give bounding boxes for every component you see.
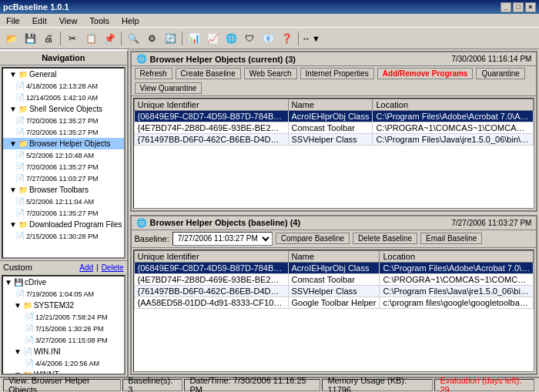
toolbar-btn-6[interactable]: 📌 xyxy=(101,30,118,47)
bho-current-row-2[interactable]: {4E7BD74F-2B8D-469E-93BE-BE2DF4D9AE29} C… xyxy=(134,122,534,134)
maximize-button[interactable]: □ xyxy=(513,2,524,12)
tree-item-winini-1[interactable]: 📄 4/4/2006 1:20:56 AM xyxy=(3,357,124,369)
tree-item-winnt[interactable]: ▼ 📁 WINNT xyxy=(3,369,124,375)
create-baseline-button[interactable]: Create Baseline xyxy=(176,68,241,79)
menu-file[interactable]: File xyxy=(3,15,23,26)
toolbar-btn-10[interactable]: 📊 xyxy=(186,30,203,47)
nav-tree[interactable]: ▼ 📁 General 📄 4/18/2006 12:13:28 AM 📄 12… xyxy=(2,67,126,259)
col-header-uid-baseline[interactable]: Unique Identifier xyxy=(134,250,288,262)
tree-item-general-2[interactable]: 📄 12/14/2005 1:42:10 AM xyxy=(3,92,124,103)
bho-current-row-1[interactable]: {06849E9F-C8D7-4D59-B87D-784B7D68E0B3} A… xyxy=(134,111,534,122)
file-icon-g1: 📄 xyxy=(15,82,25,90)
bho-baseline-row-1[interactable]: {06849E9F-C8D7-4D59-B87D-784B7D68E0B3} A… xyxy=(134,262,534,273)
bho-current-grid[interactable]: Unique Identifier Name Location {06849E9… xyxy=(133,98,535,209)
menu-edit[interactable]: Edit xyxy=(29,15,50,26)
tree-item-sso[interactable]: ▼ 📁 Shell Service Objects xyxy=(3,103,124,115)
tree-item-sso-1[interactable]: 📄 7/20/2006 11:35:27 PM xyxy=(3,115,124,126)
col-header-location-current[interactable]: Location xyxy=(373,99,534,111)
web-search-button[interactable]: Web Search xyxy=(244,68,297,79)
bho-current-row-3[interactable]: {761497BB-D6F0-462C-B6EB-D4DAF1D92D43} S… xyxy=(134,134,534,146)
status-memory: Memory Usage (KB): 11796 xyxy=(322,379,433,391)
col-header-name-current[interactable]: Name xyxy=(288,99,373,111)
folder-icon-general: ▼ xyxy=(9,70,17,79)
uid-c2: {4E7BD74F-2B8D-469E-93BE-BE2DF4D9AE29} xyxy=(134,122,288,134)
internet-properties-button[interactable]: Internet Properties xyxy=(300,68,374,79)
toolbar-btn-14[interactable]: 📧 xyxy=(259,30,276,47)
file-icon-bho2: 📄 xyxy=(15,162,25,171)
tree-label-bho2: 7/20/2006 11:35:27 PM xyxy=(26,163,99,171)
custom-tree[interactable]: ▼ 💾 cDrive 📄 7/19/2006 1:04:05 AM ▼ 📁 SY… xyxy=(2,275,126,375)
tree-item-cdrive[interactable]: ▼ 💾 cDrive xyxy=(3,276,124,288)
tree-item-bt[interactable]: ▼ 📁 Browser Toolbars xyxy=(3,184,124,196)
col-header-uid-current[interactable]: Unique Identifier xyxy=(134,99,288,111)
tree-item-bho-2[interactable]: 📄 7/20/2006 11:35:27 PM xyxy=(3,161,124,173)
folder-icon-sso: ▼ xyxy=(9,105,17,113)
menu-view[interactable]: View xyxy=(56,15,81,26)
view-quarantine-button[interactable]: View Quarantine xyxy=(135,82,203,94)
tree-item-bho-3[interactable]: 📄 7/27/2006 11:03:27 PM xyxy=(3,173,124,184)
file-icon-dpf1: 📄 xyxy=(15,232,25,240)
compare-baseline-button[interactable]: Compare Baseline xyxy=(276,233,350,244)
file-icon-cd1: 📄 xyxy=(15,290,25,298)
refresh-button[interactable]: Refresh xyxy=(135,68,172,79)
bho-baseline-row-4[interactable]: {AA58ED58-01DD-4d91-8333-CF10577473F7} G… xyxy=(134,297,534,308)
add-remove-button[interactable]: Add/Remove Programs xyxy=(377,68,474,79)
tree-item-sys32-1[interactable]: 📄 12/21/2005 7:58:24 PM xyxy=(3,311,124,323)
uid-b1: {06849E9F-C8D7-4D59-B87D-784B7D68E0B3} xyxy=(134,262,288,273)
toolbar-btn-5[interactable]: 📋 xyxy=(82,30,99,47)
close-button[interactable]: × xyxy=(525,2,536,12)
toolbar-btn-11[interactable]: 📈 xyxy=(204,30,221,47)
tree-item-bho-1[interactable]: 📄 5/2/2006 12:10:48 AM xyxy=(3,149,124,161)
quarantine-button[interactable]: Quarantine xyxy=(476,68,524,79)
status-datetime: Date/Time: 7/30/2006 11:16:25 PM xyxy=(184,379,320,391)
tree-item-sso-2[interactable]: 📄 7/20/2006 11:35:27 PM xyxy=(3,126,124,138)
tree-item-cd-1[interactable]: 📄 7/19/2006 1:04:05 AM xyxy=(3,288,124,300)
menu-tools[interactable]: Tools xyxy=(86,15,112,26)
toolbar-btn-3[interactable]: 🖨 xyxy=(40,30,57,47)
tree-item-winini[interactable]: ▼ 📄 WIN.INI xyxy=(3,346,124,357)
status-view: View: Browser Helper Objects xyxy=(3,379,121,391)
window-controls: _ □ × xyxy=(500,2,536,12)
delete-baseline-button[interactable]: Delete Baseline xyxy=(353,233,417,244)
tree-label-dpf: Downloaded Program Files xyxy=(29,220,122,229)
toolbar-btn-8[interactable]: ⚙ xyxy=(143,30,160,47)
email-baseline-button[interactable]: Email Baseline xyxy=(420,233,482,244)
bho-baseline-row-2[interactable]: {4E7BD74F-2B8D-469E-93BE-BE2DF4D9AE29} C… xyxy=(134,273,534,285)
toolbar-btn-4[interactable]: ✂ xyxy=(64,30,81,47)
toolbar-btn-2[interactable]: 💾 xyxy=(22,30,38,47)
col-header-name-baseline[interactable]: Name xyxy=(288,250,380,262)
tree-item-general[interactable]: ▼ 📁 General xyxy=(3,69,124,80)
tree-item-sys32-2[interactable]: 📄 7/15/2006 1:30:26 PM xyxy=(3,323,124,334)
tree-item-bt-2[interactable]: 📄 7/20/2006 11:35:27 PM xyxy=(3,207,124,219)
add-button[interactable]: Add xyxy=(79,263,93,272)
loc-b2: C:\PROGRA~1\COMCAS~1\COMCAS~2.DLL xyxy=(380,273,534,285)
tree-item-sys32-3[interactable]: 📄 3/27/2006 11:15:08 PM xyxy=(3,334,124,346)
name-b1: AcroIEHlprObj Class xyxy=(288,262,380,273)
tree-item-dpf[interactable]: ▼ 📁 Downloaded Program Files xyxy=(3,219,124,230)
tree-item-sys32[interactable]: ▼ 📁 SYSTEM32 xyxy=(3,300,124,311)
bho-current-table: Unique Identifier Name Location {06849E9… xyxy=(134,99,534,146)
tree-item-bt-1[interactable]: 📄 5/2/2006 12:11:04 AM xyxy=(3,196,124,207)
loc-c1: C:\Program Files\Adobe\Acrobat 7.0\Activ… xyxy=(373,111,534,122)
tree-label-bho3: 7/27/2006 11:03:27 PM xyxy=(26,175,99,183)
loc-c2: C:\PROGRA~1\COMCAS~1\COMCAS~2.DLL xyxy=(373,122,534,134)
menu-help[interactable]: Help xyxy=(119,15,142,26)
main-toolbar: 📂 💾 🖨 ✂ 📋 📌 🔍 ⚙ 🔄 📊 📈 🌐 🛡 📧 ❓ ↔ ▼ xyxy=(0,28,539,49)
toolbar-btn-1[interactable]: 📂 xyxy=(3,30,20,47)
toolbar-btn-9[interactable]: 🔄 xyxy=(162,30,179,47)
tree-item-general-1[interactable]: 📄 4/18/2006 12:13:28 AM xyxy=(3,80,124,92)
tree-item-bho[interactable]: ▼ 📁 Browser Helper Objects xyxy=(3,138,124,149)
toolbar-btn-15[interactable]: ❓ xyxy=(278,30,295,47)
bho-current-title: 🌐 Browser Helper Objects (current) (3) xyxy=(136,54,296,64)
bho-baseline-grid[interactable]: Unique Identifier Name Location {06849E9… xyxy=(133,250,535,373)
toolbar-btn-13[interactable]: 🛡 xyxy=(241,30,258,47)
toolbar-btn-7[interactable]: 🔍 xyxy=(125,30,142,47)
minimize-button[interactable]: _ xyxy=(500,2,511,12)
baseline-dropdown[interactable]: 7/27/2006 11:03:27 PM xyxy=(172,232,273,246)
tree-item-dpf-1[interactable]: 📄 2/15/2006 11:30:28 PM xyxy=(3,230,124,242)
bho-baseline-row-3[interactable]: {761497BB-D6F0-462C-B6EB-D4DAF1D92D43} S… xyxy=(134,285,534,297)
col-header-location-baseline[interactable]: Location xyxy=(380,250,534,262)
toolbar-btn-12[interactable]: 🌐 xyxy=(223,30,239,47)
delete-button[interactable]: Delete xyxy=(102,263,124,272)
drive-icon-cdrive: 💾 xyxy=(14,278,23,286)
